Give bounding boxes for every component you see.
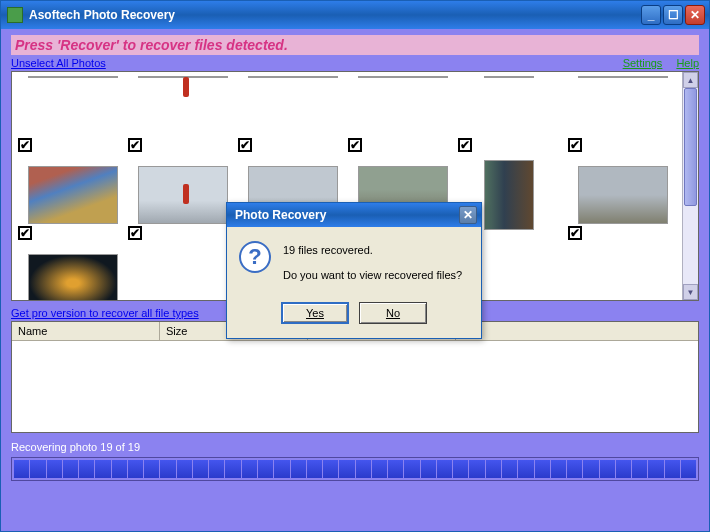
- progress-segment: [551, 460, 566, 478]
- maximize-button[interactable]: ☐: [663, 5, 683, 25]
- photo-thumb[interactable]: ✔: [354, 76, 450, 150]
- progress-segment: [437, 460, 452, 478]
- progress-segment: [63, 460, 78, 478]
- progress-segment: [600, 460, 615, 478]
- progress-segment: [453, 460, 468, 478]
- thumb-image: [138, 166, 228, 224]
- app-icon: [7, 7, 23, 23]
- photo-thumb[interactable]: ✔: [134, 76, 230, 150]
- dialog-buttons: Yes No: [227, 296, 481, 338]
- progress-segment: [665, 460, 680, 478]
- progress-segment: [339, 460, 354, 478]
- scroll-up-icon[interactable]: ▲: [683, 72, 698, 88]
- thumb-image: [28, 76, 118, 78]
- dialog-title: Photo Recovery: [235, 208, 459, 222]
- thumb-image: [358, 76, 448, 78]
- progress-segment: [307, 460, 322, 478]
- photo-thumb[interactable]: ✔: [24, 164, 120, 238]
- thumb-checkbox[interactable]: ✔: [128, 226, 142, 240]
- photo-thumb[interactable]: ✔: [574, 164, 670, 238]
- progress-segment: [632, 460, 647, 478]
- photo-thumb[interactable]: ✔: [244, 76, 340, 150]
- progress-segment: [209, 460, 224, 478]
- dialog-titlebar: Photo Recovery ✕: [227, 203, 481, 227]
- thumb-image: [28, 254, 118, 301]
- progress-segment: [30, 460, 45, 478]
- help-link[interactable]: Help: [676, 57, 699, 69]
- col-name[interactable]: Name: [12, 322, 160, 340]
- progress-segment: [469, 460, 484, 478]
- progress-segment: [144, 460, 159, 478]
- progress-segment: [404, 460, 419, 478]
- thumb-checkbox[interactable]: ✔: [458, 138, 472, 152]
- progress-segment: [648, 460, 663, 478]
- settings-link[interactable]: Settings: [623, 57, 663, 69]
- recovery-dialog: Photo Recovery ✕ ? 19 files recovered. D…: [226, 202, 482, 339]
- dialog-close-button[interactable]: ✕: [459, 206, 477, 224]
- thumb-checkbox[interactable]: ✔: [568, 226, 582, 240]
- progress-segment: [291, 460, 306, 478]
- scroll-track[interactable]: [683, 88, 698, 284]
- thumb-checkbox[interactable]: ✔: [348, 138, 362, 152]
- progress-segment: [372, 460, 387, 478]
- progress-segment: [112, 460, 127, 478]
- no-button[interactable]: No: [359, 302, 427, 324]
- progress-segment: [47, 460, 62, 478]
- progress-segment: [225, 460, 240, 478]
- progress-segment: [79, 460, 94, 478]
- progress-segment: [535, 460, 550, 478]
- progress-segment: [258, 460, 273, 478]
- progress-segment: [160, 460, 175, 478]
- progress-segment: [681, 460, 696, 478]
- progress-segment: [177, 460, 192, 478]
- progress-segment: [14, 460, 29, 478]
- dialog-text: 19 files recovered. Do you want to view …: [283, 241, 462, 284]
- progress-bar: [11, 457, 699, 481]
- progress-segment: [502, 460, 517, 478]
- progress-segment: [388, 460, 403, 478]
- thumb-checkbox[interactable]: ✔: [128, 138, 142, 152]
- unselect-all-link[interactable]: Unselect All Photos: [11, 57, 106, 69]
- gallery-scrollbar[interactable]: ▲ ▼: [682, 72, 698, 300]
- progress-segment: [128, 460, 143, 478]
- thumb-image: [484, 160, 534, 230]
- scroll-handle[interactable]: [684, 88, 697, 206]
- scroll-down-icon[interactable]: ▼: [683, 284, 698, 300]
- dialog-body: ? 19 files recovered. Do you want to vie…: [227, 227, 481, 296]
- photo-thumb[interactable]: ✔: [24, 76, 120, 150]
- progress-segment: [567, 460, 582, 478]
- thumb-image: [28, 166, 118, 224]
- progress-segment: [323, 460, 338, 478]
- top-links-row: Unselect All Photos Settings Help: [11, 57, 699, 69]
- titlebar: Asoftech Photo Recovery _ ☐ ✕: [1, 1, 709, 29]
- progress-segment: [583, 460, 598, 478]
- photo-thumb[interactable]: ✔: [574, 76, 670, 150]
- thumb-checkbox[interactable]: ✔: [18, 138, 32, 152]
- close-button[interactable]: ✕: [685, 5, 705, 25]
- minimize-button[interactable]: _: [641, 5, 661, 25]
- thumb-checkbox[interactable]: ✔: [568, 138, 582, 152]
- progress-segment: [242, 460, 257, 478]
- window-controls: _ ☐ ✕: [641, 5, 705, 25]
- thumb-image: [578, 166, 668, 224]
- progress-segment: [95, 460, 110, 478]
- question-icon: ?: [239, 241, 271, 273]
- progress-segment: [193, 460, 208, 478]
- table-body: [12, 341, 698, 432]
- thumb-checkbox[interactable]: ✔: [238, 138, 252, 152]
- thumb-checkbox[interactable]: ✔: [18, 226, 32, 240]
- photo-thumb[interactable]: ✔: [464, 76, 560, 150]
- progress-segment: [356, 460, 371, 478]
- col-empty: [456, 322, 698, 340]
- window-title: Asoftech Photo Recovery: [29, 8, 641, 22]
- photo-thumb[interactable]: ✔: [134, 164, 230, 238]
- thumb-image: [484, 76, 534, 78]
- photo-thumb[interactable]: ✔: [24, 252, 120, 301]
- progress-segment: [274, 460, 289, 478]
- instruction-banner: Press 'Recover' to recover files detecte…: [11, 35, 699, 55]
- progress-segment: [616, 460, 631, 478]
- dialog-line2: Do you want to view recovered files?: [283, 266, 462, 285]
- pro-version-link[interactable]: Get pro version to recover all file type…: [11, 307, 199, 319]
- progress-segment: [518, 460, 533, 478]
- yes-button[interactable]: Yes: [281, 302, 349, 324]
